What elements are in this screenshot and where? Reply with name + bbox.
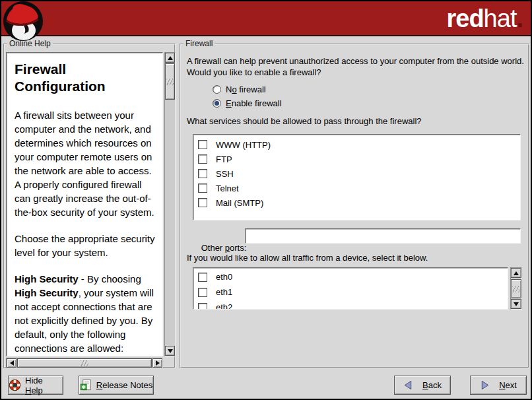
checkbox-unchecked[interactable] bbox=[198, 273, 207, 282]
hide-help-button[interactable]: Hide Help bbox=[8, 376, 63, 395]
service-label: SSH bbox=[216, 169, 234, 179]
device-label: eth1 bbox=[216, 287, 232, 297]
arrow-right-icon bbox=[156, 360, 160, 366]
help-horizontal-scrollbar-thumb[interactable] bbox=[17, 358, 152, 368]
firewall-frame-label: Firewall bbox=[183, 39, 215, 48]
wordmark-dot: . bbox=[516, 5, 523, 33]
checkbox-unchecked[interactable] bbox=[198, 169, 207, 178]
online-help-frame: Online Help Firewall Configuration A fir… bbox=[3, 44, 176, 368]
devices-scroll-down-button[interactable] bbox=[511, 299, 521, 309]
wordmark-red: red bbox=[446, 5, 483, 33]
release-notes-document-icon bbox=[80, 379, 92, 391]
help-horizontal-scrollbar[interactable] bbox=[6, 358, 163, 368]
back-arrow-icon bbox=[403, 380, 413, 390]
help-scroll-left-button[interactable] bbox=[7, 358, 17, 368]
devices-list: eth0 eth1 eth2 bbox=[193, 267, 508, 310]
devices-scroll-up-button[interactable] bbox=[511, 268, 521, 278]
help-vertical-scrollbar-thumb[interactable] bbox=[165, 63, 175, 100]
arrow-down-icon bbox=[514, 302, 519, 306]
device-label: eth0 bbox=[216, 272, 232, 282]
installer-window: ® redhat. Online Help Firewall Configura… bbox=[0, 0, 532, 400]
help-text-content: Firewall Configuration A firewall sits b… bbox=[7, 53, 162, 356]
next-label: Next bbox=[499, 380, 517, 390]
service-row-telnet[interactable]: Telnet bbox=[193, 181, 520, 195]
services-list: WWW (HTTP) FTP SSH Telnet Mail (SMTP) bbox=[193, 134, 521, 220]
radio-enable-firewall[interactable]: Enable firewall bbox=[213, 98, 282, 108]
help-scroll-up-button[interactable] bbox=[165, 53, 175, 63]
release-notes-label: Release Notes bbox=[96, 380, 152, 390]
radio-button-selected[interactable] bbox=[213, 99, 221, 108]
radio-no-firewall[interactable]: No firewall bbox=[213, 84, 266, 94]
checkbox-unchecked[interactable] bbox=[198, 183, 207, 193]
service-row-ssh[interactable]: SSH bbox=[193, 166, 520, 181]
back-label: Back bbox=[422, 380, 442, 390]
service-row-www-http[interactable]: WWW (HTTP) bbox=[193, 137, 520, 152]
checkbox-unchecked[interactable] bbox=[198, 154, 207, 164]
device-row-eth0[interactable]: eth0 bbox=[193, 269, 508, 284]
help-title: Firewall Configuration bbox=[15, 61, 158, 95]
service-label: Telnet bbox=[216, 183, 239, 193]
devices-vertical-scrollbar[interactable] bbox=[510, 267, 522, 310]
help-paragraph-1: A firewall sits between your computer an… bbox=[15, 108, 158, 219]
redhat-wordmark: redhat. bbox=[446, 4, 523, 33]
services-question-text: What services should be allowed to pass … bbox=[187, 116, 525, 127]
arrow-down-icon bbox=[168, 349, 173, 353]
release-notes-button[interactable]: Release Notes bbox=[79, 376, 154, 395]
service-label: Mail (SMTP) bbox=[216, 198, 263, 208]
back-button[interactable]: Back bbox=[394, 376, 451, 395]
wordmark-hat: hat bbox=[484, 5, 517, 33]
help-vertical-scrollbar[interactable] bbox=[164, 52, 176, 356]
life-preserver-icon bbox=[9, 379, 21, 391]
help-scroll-down-button[interactable] bbox=[165, 346, 175, 356]
device-row-eth2[interactable]: eth2 bbox=[193, 300, 508, 310]
hide-help-label: Hide Help bbox=[25, 376, 63, 395]
checkbox-unchecked[interactable] bbox=[198, 198, 207, 207]
firewall-frame: Firewall A firewall can help prevent una… bbox=[180, 44, 529, 368]
devices-hint-text: If you would like to allow all traffic f… bbox=[187, 252, 525, 263]
other-ports-input[interactable] bbox=[245, 228, 521, 244]
service-row-ftp[interactable]: FTP bbox=[193, 152, 520, 166]
service-row-mail-smtp[interactable]: Mail (SMTP) bbox=[193, 195, 520, 210]
checkbox-unchecked[interactable] bbox=[198, 303, 207, 310]
service-label: FTP bbox=[216, 154, 232, 164]
devices-scrollbar-thumb[interactable] bbox=[511, 279, 521, 298]
arrow-up-icon bbox=[514, 271, 519, 275]
next-arrow-icon bbox=[480, 380, 490, 390]
help-text-viewport: Firewall Configuration A firewall sits b… bbox=[6, 52, 163, 356]
redhat-shadowman-logo-icon bbox=[2, 1, 44, 43]
help-scroll-right-button[interactable] bbox=[152, 358, 162, 368]
service-label: WWW (HTTP) bbox=[216, 140, 271, 150]
help-paragraph-3: High Security - By choosing High Securit… bbox=[15, 272, 158, 355]
help-paragraph-2: Choose the appropriate security level fo… bbox=[15, 232, 158, 259]
arrow-left-icon bbox=[10, 360, 14, 366]
radio-no-firewall-label: No firewall bbox=[226, 84, 266, 94]
radio-enable-firewall-label: Enable firewall bbox=[226, 98, 282, 108]
next-button[interactable]: Next bbox=[470, 376, 527, 395]
radio-button-unselected[interactable] bbox=[213, 85, 221, 94]
firewall-intro-text: A firewall can help prevent unauthorized… bbox=[187, 55, 525, 78]
arrow-up-icon bbox=[168, 56, 173, 60]
checkbox-unchecked[interactable] bbox=[198, 140, 207, 149]
device-row-eth1[interactable]: eth1 bbox=[193, 284, 508, 300]
registered-trademark-glyph: ® bbox=[39, 22, 43, 28]
checkbox-unchecked[interactable] bbox=[198, 288, 207, 297]
device-label: eth2 bbox=[216, 302, 232, 310]
